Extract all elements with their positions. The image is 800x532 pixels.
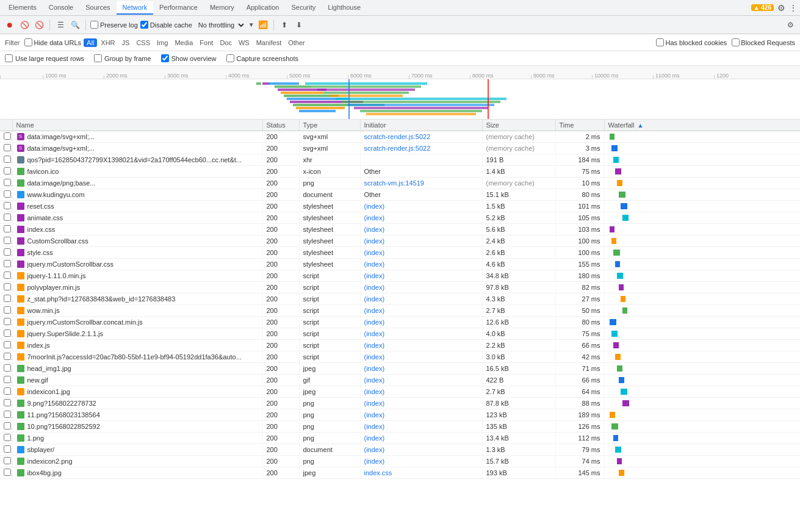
row-checkbox[interactable] [4, 295, 11, 302]
row-checkbox[interactable] [4, 271, 11, 279]
table-row[interactable]: 11.png?1568023138564200png(index)123 kB1… [0, 409, 800, 421]
network-table-wrap[interactable]: Name Status Type Initiator Size Time Wat… [0, 120, 800, 531]
table-row[interactable]: qos?pid=1628504372799X1398021&vid=2a170f… [0, 154, 800, 166]
disable-cache-checkbox[interactable] [140, 21, 148, 29]
table-row[interactable]: ibox4bg.jpg200jpegindex.css193 kB145 ms [0, 467, 800, 479]
filter-ws[interactable]: WS [236, 38, 253, 47]
initiator-link[interactable]: (index) [364, 434, 385, 442]
initiator-link[interactable]: scratch-render.js:5022 [364, 145, 431, 152]
row-name[interactable]: wow.min.js [12, 305, 262, 317]
filter-img[interactable]: Img [154, 38, 171, 47]
large-rows-option[interactable]: Use large request rows [5, 54, 84, 62]
row-initiator[interactable]: (index) [360, 351, 482, 363]
table-row[interactable]: wow.min.js200script(index)2.7 kB50 ms [0, 305, 800, 317]
row-name[interactable]: jquery.mCustomScrollbar.css [12, 259, 262, 270]
row-name[interactable]: jquery.SuperSlide.2.1.1.js [12, 328, 262, 340]
table-row[interactable]: Sdata:image/svg+xml;...200svg+xmlscratch… [0, 131, 800, 143]
row-initiator[interactable]: scratch-render.js:5022 [360, 143, 482, 154]
table-row[interactable]: style.css200stylesheet(index)2.6 kB100 m… [0, 247, 800, 259]
record-button[interactable]: ⏺ [4, 19, 16, 31]
table-row[interactable]: jquery.mCustomScrollbar.concat.min.js200… [0, 317, 800, 328]
row-initiator[interactable]: scratch-vm.js:14519 [360, 178, 482, 189]
row-name[interactable]: reset.css [12, 201, 262, 212]
row-checkbox[interactable] [4, 411, 11, 418]
download-icon[interactable]: ⬇ [293, 19, 305, 31]
initiator-link[interactable]: (index) [364, 458, 385, 465]
row-checkbox[interactable] [4, 167, 11, 174]
th-time[interactable]: Time [555, 120, 604, 131]
row-checkbox[interactable] [4, 353, 11, 360]
row-initiator[interactable]: (index) [360, 328, 482, 340]
row-initiator[interactable]: (index) [360, 235, 482, 247]
initiator-link[interactable]: scratch-render.js:5022 [364, 133, 431, 140]
th-type[interactable]: Type [299, 120, 360, 131]
initiator-link[interactable]: (index) [364, 411, 385, 419]
table-row[interactable]: 1.png200png(index)13.4 kB112 ms [0, 433, 800, 444]
row-initiator[interactable]: (index) [360, 363, 482, 375]
table-row[interactable]: www.kudingyu.com200documentOther15.1 kB8… [0, 189, 800, 201]
row-checkbox[interactable] [4, 237, 11, 244]
th-initiator[interactable]: Initiator [360, 120, 482, 131]
table-row[interactable]: animate.css200stylesheet(index)5.2 kB105… [0, 212, 800, 224]
filter-other[interactable]: Other [285, 38, 308, 47]
group-by-frame-checkbox[interactable] [94, 54, 102, 62]
initiator-link[interactable]: (index) [364, 295, 385, 303]
row-initiator[interactable]: (index) [360, 398, 482, 409]
row-name[interactable]: favicon.ico [12, 166, 262, 178]
initiator-link[interactable]: (index) [364, 307, 385, 314]
row-name[interactable]: sbplayer/ [12, 444, 262, 456]
network-settings-icon[interactable]: ⚙ [784, 19, 796, 31]
table-row[interactable]: 10.png?1568022852592200png(index)135 kB1… [0, 421, 800, 433]
row-checkbox[interactable] [4, 225, 11, 232]
show-overview-option[interactable]: Show overview [161, 54, 217, 62]
initiator-link[interactable]: (index) [364, 261, 385, 268]
tab-security[interactable]: Security [285, 1, 322, 15]
filter-doc[interactable]: Doc [217, 38, 235, 47]
table-row[interactable]: 7moorInit.js?accessId=20ac7b80-55bf-11e9… [0, 351, 800, 363]
row-name[interactable]: qos?pid=1628504372799X1398021&vid=2a170f… [12, 154, 262, 166]
tab-console[interactable]: Console [43, 1, 79, 15]
row-initiator[interactable]: (index) [360, 212, 482, 224]
table-row[interactable]: indexicon1.jpg200jpeg(index)2.7 kB64 ms [0, 386, 800, 398]
tab-memory[interactable]: Memory [204, 1, 240, 15]
initiator-link[interactable]: (index) [364, 400, 385, 407]
row-initiator[interactable]: (index) [360, 282, 482, 293]
has-blocked-cookies-checkbox[interactable] [656, 38, 664, 46]
initiator-link[interactable]: (index) [364, 388, 385, 395]
preserve-log-checkbox[interactable] [90, 21, 98, 29]
row-name[interactable]: CustomScrollbar.css [12, 235, 262, 247]
capture-screenshots-checkbox[interactable] [226, 54, 234, 62]
row-checkbox[interactable] [4, 283, 11, 290]
wifi-icon[interactable]: 📶 [257, 19, 269, 31]
table-row[interactable]: reset.css200stylesheet(index)1.5 kB101 m… [0, 201, 800, 212]
preserve-log-label[interactable]: Preserve log [90, 21, 138, 29]
table-row[interactable]: head_img1.jpg200jpeg(index)16.5 kB71 ms [0, 363, 800, 375]
row-name[interactable]: head_img1.jpg [12, 363, 262, 375]
row-checkbox[interactable] [4, 434, 11, 441]
row-initiator[interactable]: (index) [360, 386, 482, 398]
blocked-requests-checkbox[interactable] [732, 38, 740, 46]
tab-elements[interactable]: Elements [2, 1, 43, 15]
row-name[interactable]: indexicon2.png [12, 456, 262, 467]
filter-icon[interactable]: ☰ [54, 19, 67, 31]
table-row[interactable]: index.css200stylesheet(index)5.6 kB103 m… [0, 224, 800, 235]
row-initiator[interactable]: scratch-render.js:5022 [360, 131, 482, 143]
initiator-link[interactable]: (index) [364, 353, 385, 361]
row-initiator[interactable]: (index) [360, 340, 482, 351]
blocked-requests-label[interactable]: Blocked Requests [732, 38, 795, 46]
more-icon[interactable]: ⋮ [789, 3, 798, 13]
th-waterfall[interactable]: Waterfall ▲ [604, 120, 800, 131]
th-status[interactable]: Status [262, 120, 299, 131]
initiator-link[interactable]: (index) [364, 203, 385, 210]
tab-lighthouse[interactable]: Lighthouse [322, 1, 367, 15]
th-name[interactable]: Name [12, 120, 262, 131]
settings-icon[interactable]: ⚙ [777, 3, 785, 13]
row-initiator[interactable]: (index) [360, 317, 482, 328]
row-name[interactable]: jquery-1.11.0.min.js [12, 270, 262, 282]
filter-manifest[interactable]: Manifest [253, 38, 285, 47]
table-row[interactable]: jquery.mCustomScrollbar.css200stylesheet… [0, 259, 800, 270]
row-name[interactable]: animate.css [12, 212, 262, 224]
initiator-link[interactable]: (index) [364, 237, 385, 245]
has-blocked-cookies-label[interactable]: Has blocked cookies [656, 38, 727, 46]
row-checkbox[interactable] [4, 341, 11, 348]
